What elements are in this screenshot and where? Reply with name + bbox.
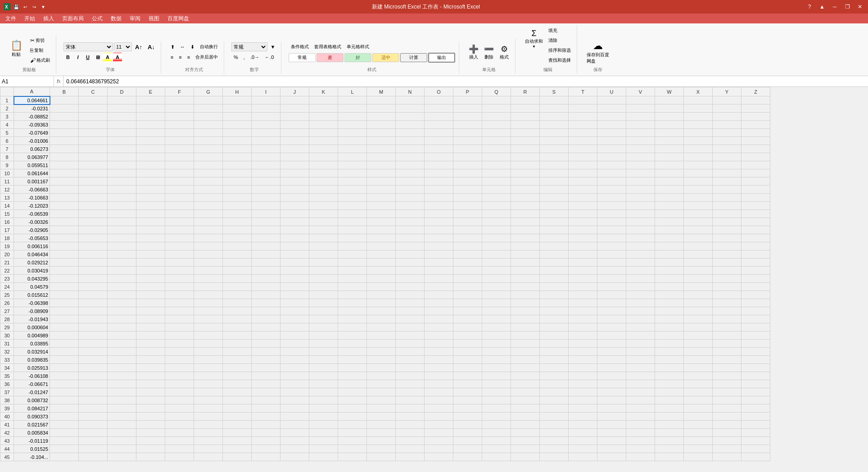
cell-G24[interactable] (194, 283, 223, 291)
cell-U40[interactable] (597, 413, 626, 421)
cell-P21[interactable] (453, 259, 482, 267)
cell-G25[interactable] (194, 291, 223, 299)
cell-T23[interactable] (569, 275, 597, 283)
cell-Q43[interactable] (482, 437, 511, 445)
cell-B2[interactable] (50, 104, 79, 113)
cell-Z12[interactable] (741, 186, 770, 194)
cell-R34[interactable] (511, 364, 540, 372)
cell-K5[interactable] (309, 129, 338, 137)
cell-I1[interactable] (252, 96, 280, 104)
cell-H28[interactable] (223, 315, 252, 323)
cell-W21[interactable] (655, 259, 684, 267)
cell-T22[interactable] (569, 267, 597, 275)
cell-P15[interactable] (453, 210, 482, 218)
save-icon[interactable]: 💾 (13, 3, 20, 10)
row-header-29[interactable]: 29 (0, 323, 14, 331)
cell-T18[interactable] (569, 234, 597, 242)
formula-input[interactable] (63, 78, 868, 85)
cell-G18[interactable] (194, 234, 223, 242)
cell-K20[interactable] (309, 250, 338, 259)
cell-H20[interactable] (223, 250, 252, 259)
cell-Z28[interactable] (741, 315, 770, 323)
cell-M29[interactable] (367, 323, 396, 331)
cell-K44[interactable] (309, 445, 338, 453)
cell-E30[interactable] (136, 331, 165, 340)
row-header-38[interactable]: 38 (0, 396, 14, 404)
cell-P9[interactable] (453, 161, 482, 169)
cell-G17[interactable] (194, 226, 223, 234)
cell-N22[interactable] (396, 267, 425, 275)
cell-X28[interactable] (684, 315, 713, 323)
cell-T20[interactable] (569, 250, 597, 259)
cell-J29[interactable] (280, 323, 309, 331)
cell-I45[interactable] (252, 453, 280, 461)
cell-I29[interactable] (252, 323, 280, 331)
cell-R14[interactable] (511, 202, 540, 210)
cell-A12[interactable]: -0.06663 (14, 186, 50, 194)
cell-I2[interactable] (252, 104, 280, 113)
cell-E44[interactable] (136, 445, 165, 453)
cell-L12[interactable] (338, 186, 367, 194)
cell-B16[interactable] (50, 218, 79, 226)
cell-S43[interactable] (540, 437, 569, 445)
cell-S33[interactable] (540, 356, 569, 364)
cell-T29[interactable] (569, 323, 597, 331)
cell-F41[interactable] (165, 421, 194, 429)
cell-M30[interactable] (367, 331, 396, 340)
cell-G43[interactable] (194, 437, 223, 445)
cell-N14[interactable] (396, 202, 425, 210)
cell-S40[interactable] (540, 413, 569, 421)
cell-M24[interactable] (367, 283, 396, 291)
row-header-28[interactable]: 28 (0, 315, 14, 323)
help-btn[interactable]: ? (805, 2, 814, 11)
cell-U37[interactable] (597, 388, 626, 396)
cell-K2[interactable] (309, 104, 338, 113)
cell-P34[interactable] (453, 364, 482, 372)
cell-N16[interactable] (396, 218, 425, 226)
cell-R32[interactable] (511, 348, 540, 356)
cell-U27[interactable] (597, 307, 626, 315)
cell-N15[interactable] (396, 210, 425, 218)
cell-H12[interactable] (223, 186, 252, 194)
cell-T9[interactable] (569, 161, 597, 169)
cell-F8[interactable] (165, 153, 194, 161)
cell-H2[interactable] (223, 104, 252, 113)
cell-U39[interactable] (597, 404, 626, 413)
cell-J38[interactable] (280, 396, 309, 404)
cell-A8[interactable]: 0.063977 (14, 153, 50, 161)
cell-Z19[interactable] (741, 242, 770, 250)
cell-N41[interactable] (396, 421, 425, 429)
cell-R41[interactable] (511, 421, 540, 429)
cell-F5[interactable] (165, 129, 194, 137)
cell-B21[interactable] (50, 259, 79, 267)
cell-T21[interactable] (569, 259, 597, 267)
cell-X35[interactable] (684, 372, 713, 380)
cell-O2[interactable] (425, 104, 453, 113)
cell-D15[interactable] (108, 210, 136, 218)
cell-M7[interactable] (367, 145, 396, 153)
cell-N10[interactable] (396, 169, 425, 177)
row-header-8[interactable]: 8 (0, 153, 14, 161)
cell-L22[interactable] (338, 267, 367, 275)
cell-R44[interactable] (511, 445, 540, 453)
cell-R45[interactable] (511, 453, 540, 461)
cell-F30[interactable] (165, 331, 194, 340)
cell-X34[interactable] (684, 364, 713, 372)
row-header-5[interactable]: 5 (0, 129, 14, 137)
cell-U30[interactable] (597, 331, 626, 340)
col-header-L[interactable]: L (338, 87, 367, 96)
bold-button[interactable]: B (63, 53, 72, 62)
cell-G44[interactable] (194, 445, 223, 453)
cell-B43[interactable] (50, 437, 79, 445)
cell-U11[interactable] (597, 177, 626, 186)
cell-L31[interactable] (338, 340, 367, 348)
cell-G32[interactable] (194, 348, 223, 356)
cell-Q40[interactable] (482, 413, 511, 421)
cell-J26[interactable] (280, 299, 309, 307)
cell-T32[interactable] (569, 348, 597, 356)
cell-K35[interactable] (309, 372, 338, 380)
cell-J5[interactable] (280, 129, 309, 137)
cell-W41[interactable] (655, 421, 684, 429)
cell-C41[interactable] (79, 421, 108, 429)
cell-N19[interactable] (396, 242, 425, 250)
